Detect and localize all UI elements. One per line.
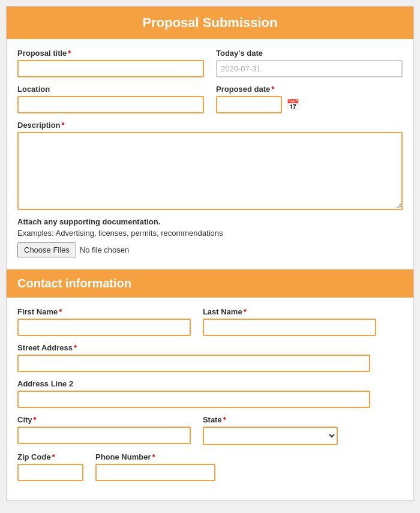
row-title-date: Proposal title* Today's date <box>17 49 403 77</box>
proposal-header: Proposal Submission <box>7 7 413 39</box>
first-name-group: First Name* <box>17 307 191 336</box>
proposal-form-body: Proposal title* Today's date Location <box>7 39 413 269</box>
required-star-city: * <box>34 415 37 424</box>
contact-header: Contact information <box>7 269 413 298</box>
last-name-group: Last Name* <box>203 307 376 336</box>
form-container: Proposal Submission Proposal title* Toda… <box>6 6 414 501</box>
row-street: Street Address* <box>17 343 403 372</box>
state-label: State* <box>203 415 338 424</box>
required-star-proposed: * <box>271 85 274 94</box>
required-star-title: * <box>68 49 71 58</box>
address-line2-input[interactable] <box>17 391 370 408</box>
calendar-icon[interactable]: 📅 <box>284 97 301 113</box>
city-group: City* <box>17 415 191 445</box>
proposal-header-title: Proposal Submission <box>143 15 278 30</box>
street-address-group: Street Address* <box>17 343 370 372</box>
row-description: Description* <box>17 121 403 210</box>
zip-code-label: Zip Code* <box>17 452 83 461</box>
required-star-street: * <box>74 343 77 352</box>
row-city-state: City* State* ALAKAZARCACOCTDEFLGAHIIDILI… <box>17 415 403 445</box>
row-location-proposed: Location Proposed date* 📅 <box>17 85 403 113</box>
contact-form-body: First Name* Last Name* Street Address* <box>7 298 413 500</box>
state-group: State* ALAKAZARCACOCTDEFLGAHIIDILINIAKSK… <box>203 415 338 445</box>
zip-code-input[interactable] <box>17 464 83 481</box>
no-file-chosen-text: No file chosen <box>80 245 129 254</box>
first-name-input[interactable] <box>17 319 191 336</box>
proposal-title-label: Proposal title* <box>17 49 204 58</box>
proposed-date-input-group: 📅 <box>216 96 403 113</box>
description-group: Description* <box>17 121 403 210</box>
first-name-label: First Name* <box>17 307 191 316</box>
proposed-date-label: Proposed date* <box>216 85 403 94</box>
contact-header-title: Contact information <box>17 277 131 290</box>
choose-files-button[interactable]: Choose Files <box>17 242 76 257</box>
required-star-state: * <box>223 415 226 424</box>
description-label: Description* <box>17 121 403 130</box>
required-star-phone: * <box>152 452 155 461</box>
location-label: Location <box>17 85 204 94</box>
last-name-input[interactable] <box>203 319 376 336</box>
street-address-label: Street Address* <box>17 343 370 352</box>
location-group: Location <box>17 85 204 113</box>
state-select[interactable]: ALAKAZARCACOCTDEFLGAHIIDILINIAKSKYLAMEMD… <box>203 427 338 445</box>
row-names: First Name* Last Name* <box>17 307 403 336</box>
required-star-zip: * <box>52 452 55 461</box>
phone-number-input[interactable] <box>95 464 215 481</box>
street-address-input[interactable] <box>17 355 370 372</box>
phone-number-group: Phone Number* <box>95 452 215 481</box>
todays-date-label: Today's date <box>216 49 403 58</box>
proposed-date-input[interactable] <box>216 96 282 113</box>
attach-label: Attach any supporting documentation. <box>17 217 403 226</box>
todays-date-group: Today's date <box>216 49 403 77</box>
last-name-label: Last Name* <box>203 307 376 316</box>
todays-date-input <box>216 60 403 77</box>
address-line2-label: Address Line 2 <box>17 379 370 388</box>
required-star-lastname: * <box>244 307 247 316</box>
required-star-description: * <box>62 121 65 130</box>
proposal-title-input[interactable] <box>17 60 204 77</box>
file-input-wrapper: Choose Files No file chosen <box>17 242 403 257</box>
row-address2: Address Line 2 <box>17 379 403 408</box>
proposed-date-group: Proposed date* 📅 <box>216 85 403 113</box>
attach-examples: Examples: Advertising, licenses, permits… <box>17 229 403 238</box>
city-label: City* <box>17 415 191 424</box>
description-textarea[interactable] <box>17 132 403 210</box>
location-input[interactable] <box>17 96 204 113</box>
row-zip-phone: Zip Code* Phone Number* <box>17 452 403 481</box>
address-line2-group: Address Line 2 <box>17 379 370 408</box>
zip-code-group: Zip Code* <box>17 452 83 481</box>
proposal-title-group: Proposal title* <box>17 49 204 77</box>
phone-number-label: Phone Number* <box>95 452 215 461</box>
required-star-firstname: * <box>59 307 62 316</box>
city-input[interactable] <box>17 427 191 444</box>
attach-section: Attach any supporting documentation. Exa… <box>17 217 403 257</box>
